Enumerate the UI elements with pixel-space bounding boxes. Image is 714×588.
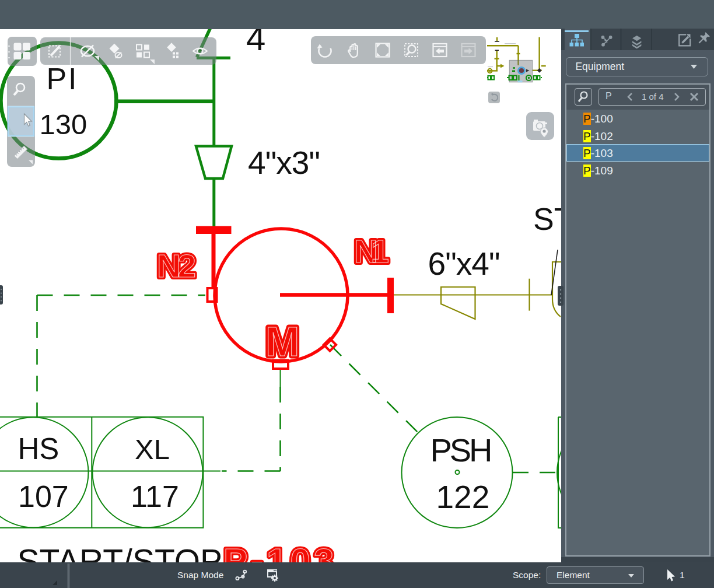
svg-text:N2: N2	[157, 247, 196, 284]
svg-text:117: 117	[131, 480, 179, 513]
svg-text:130: 130	[40, 108, 88, 140]
svg-text:HS: HS	[18, 432, 59, 466]
svg-text:M: M	[265, 319, 299, 365]
svg-text:PI: PI	[47, 62, 79, 96]
svg-text:107: 107	[18, 480, 69, 513]
svg-text:6"x4": 6"x4"	[428, 246, 501, 282]
svg-text:122: 122	[436, 479, 490, 515]
svg-text:PSH: PSH	[430, 432, 493, 468]
svg-text:XL: XL	[135, 433, 170, 465]
svg-text:N1: N1	[354, 233, 389, 270]
svg-text:4"x3": 4"x3"	[248, 145, 320, 181]
